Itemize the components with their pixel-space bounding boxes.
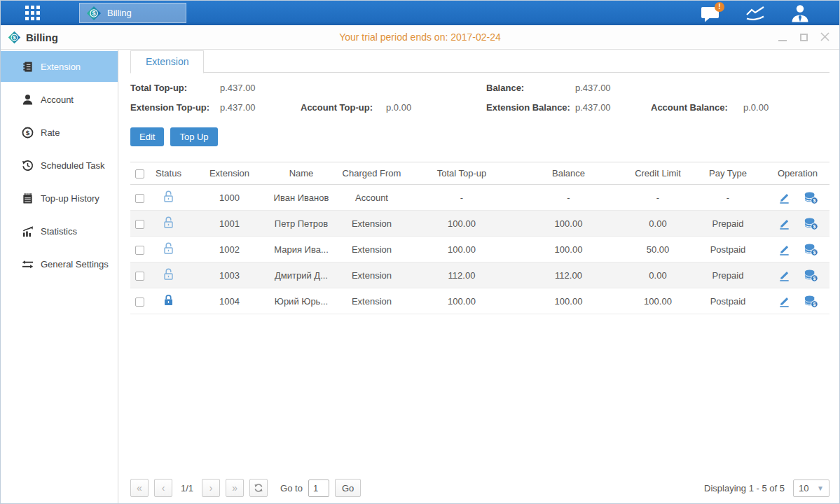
name-cell: Юрий Юрь... [271,288,331,314]
name-cell: Иван Иванов [271,185,331,211]
charged-from-cell: Extension [331,237,412,262]
app-launcher-icon[interactable] [25,6,41,21]
svg-text:$: $ [813,276,815,281]
name-cell: Мария Ива... [271,237,331,262]
topup-row-icon[interactable]: $ [804,217,818,230]
page-size-value: 10 [799,483,808,493]
name-cell: Петр Петров [271,211,331,237]
top-taskbar: $ Billing ! [1,1,839,25]
sidebar-item-scheduled-task[interactable]: Scheduled Task [1,150,118,181]
total-topup-cell: 100.00 [412,211,511,237]
dollar-circle-icon: $ [22,127,34,139]
topup-row-icon[interactable]: $ [804,191,818,204]
account-balance-value: p.0.00 [743,102,829,113]
pay-type-cell: Prepaid [690,262,766,288]
extension-topup-value: p.437.00 [220,102,301,113]
row-checkbox[interactable] [135,272,144,281]
goto-page-input[interactable] [308,479,329,497]
last-page-button[interactable]: » [226,479,244,497]
edit-row-icon[interactable] [778,191,791,204]
lock-open-icon [163,241,174,255]
balance-value: p.437.00 [575,83,651,93]
lock-open-icon [163,267,174,281]
maximize-button[interactable] [799,33,808,41]
table-row[interactable]: 1001 Петр Петров Extension 100.00 100.00… [130,211,829,237]
row-checkbox[interactable] [135,246,144,255]
notepad-icon [22,192,34,204]
pay-type-cell: Prepaid [690,211,766,237]
col-status: Status [149,162,188,185]
tab-strip: Extension [130,50,829,73]
content-panel: Extension Total Top-up: p.437.00 Balance… [118,50,839,504]
sidebar-item-account[interactable]: Account [1,84,118,115]
credit-limit-cell: 0.00 [626,211,690,237]
balance-cell: 112.00 [511,262,626,288]
window-titlebar: $ Billing Your trial period ends on: 201… [1,25,839,50]
user-account-icon[interactable] [789,4,811,23]
balance-cell: 100.00 [511,288,626,314]
extension-cell: 1002 [188,237,271,262]
total-topup-cell: 100.00 [412,237,511,262]
next-page-button[interactable]: › [202,479,220,497]
clock-history-icon [22,160,34,172]
edit-row-icon[interactable] [778,295,791,308]
page-indicator: 1/1 [181,483,193,493]
total-topup-cell: 100.00 [412,288,511,314]
page-size-select[interactable]: 10 ▼ [793,479,829,497]
edit-row-icon[interactable] [778,269,791,282]
close-button[interactable] [820,33,829,41]
sidebar-item-general-settings[interactable]: General Settings [1,248,118,279]
name-cell: Дмитрий Д... [271,262,331,288]
minimize-button[interactable] [778,33,787,41]
chevron-down-icon: ▼ [817,484,824,492]
sidebar-item-topup-history[interactable]: Top-up History [1,183,118,214]
table-row[interactable]: 1003 Дмитрий Д... Extension 112.00 112.0… [130,262,829,288]
extension-topup-label: Extension Top-up: [130,102,220,113]
svg-text:$: $ [813,198,815,204]
edit-row-icon[interactable] [778,243,791,256]
extension-cell: 1001 [188,211,271,237]
topup-button[interactable]: Top Up [170,127,217,146]
sidebar-item-extension[interactable]: Extension [1,51,118,82]
credit-limit-cell: - [626,185,690,211]
edit-button[interactable]: Edit [130,127,164,146]
total-topup-value: p.437.00 [220,83,301,93]
col-name: Name [271,162,331,185]
table-row[interactable]: 1002 Мария Ива... Extension 100.00 100.0… [130,237,829,262]
account-topup-label: Account Top-up: [301,102,386,113]
lock-open-icon [163,216,174,229]
notifications-icon[interactable]: ! [699,4,722,23]
col-credit-limit: Credit Limit [626,162,690,185]
sidebar-item-statistics[interactable]: Statistics [1,216,118,246]
table-row[interactable]: 1004 Юрий Юрь... Extension 100.00 100.00… [130,288,829,314]
svg-text:$: $ [813,224,815,230]
total-topup-cell: - [412,185,511,211]
charged-from-cell: Extension [331,211,412,237]
resource-monitor-icon[interactable] [744,4,766,23]
go-button[interactable]: Go [335,479,361,497]
row-checkbox[interactable] [135,298,144,307]
topup-row-icon[interactable]: $ [804,269,818,282]
topup-row-icon[interactable]: $ [804,243,818,256]
select-all-checkbox[interactable] [135,169,144,178]
taskbar-tab-billing[interactable]: $ Billing [79,3,186,23]
row-checkbox[interactable] [135,194,144,203]
account-balance-label: Account Balance: [651,102,743,113]
sidebar-item-rate[interactable]: $ Rate [1,117,118,148]
total-topup-cell: 112.00 [412,262,511,288]
prev-page-button[interactable]: ‹ [154,479,172,497]
first-page-button[interactable]: « [130,479,149,497]
charged-from-cell: Extension [331,288,412,314]
extension-cell: 1000 [188,185,271,211]
status-cell [149,288,188,314]
refresh-button[interactable] [249,479,268,497]
row-checkbox[interactable] [135,220,144,229]
table-row[interactable]: 1000 Иван Иванов Account - - - - [130,185,829,211]
tab-extension[interactable]: Extension [130,50,204,74]
edit-row-icon[interactable] [778,217,791,230]
topup-row-icon[interactable]: $ [804,295,818,308]
col-operation: Operation [766,162,829,185]
balance-summary: Total Top-up: p.437.00 Balance: p.437.00… [130,83,829,113]
pagination-bar: « ‹ 1/1 › » Go to Go [130,479,829,497]
sidebar-item-label: Top-up History [41,193,99,204]
